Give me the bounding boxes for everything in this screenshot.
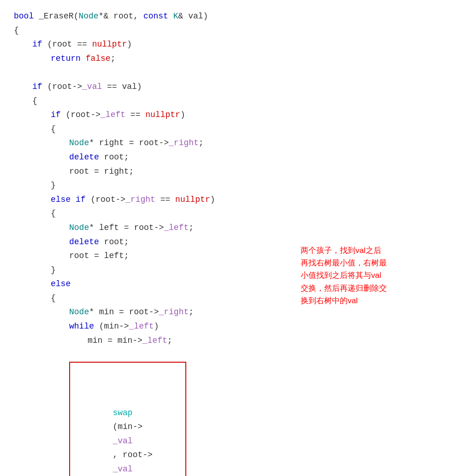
- code-line-14: else if (root-> _right == nullptr ): [14, 193, 448, 207]
- code-line-5: [14, 65, 448, 80]
- type-k: K: [173, 9, 178, 24]
- highlight-box: swap (min-> _val , root-> _val ); _Erase…: [69, 362, 186, 476]
- code-line-4: return false ;: [14, 52, 448, 66]
- fn-name: _EraseR: [39, 9, 74, 24]
- code-line-6: if (root-> _val == val): [14, 80, 448, 94]
- type-node: Node: [78, 9, 98, 24]
- code-line-11: delete root;: [14, 150, 448, 165]
- keyword-const: const: [143, 9, 168, 24]
- code-line-24: min = min-> _left ;: [14, 334, 448, 348]
- code-line-12: root = right;: [14, 165, 448, 179]
- code-line-7: {: [14, 94, 448, 108]
- annotation-text: 两个孩子，找到val之后再找右树最小值，右树最小值找到之后将其与val交换，然后…: [301, 244, 444, 307]
- code-line-3: if (root == nullptr ): [14, 37, 448, 52]
- code-line-10: Node * right = root-> _right ;: [14, 136, 448, 150]
- code-line-15: {: [14, 206, 448, 221]
- keyword-bool: bool: [14, 9, 34, 24]
- code-line-8: if (root-> _left == nullptr ): [14, 108, 448, 122]
- code-line-highlighted: swap (min-> _val , root-> _val ); _Erase…: [14, 362, 448, 476]
- code-block: bool _EraseR ( Node *& root, const K & v…: [14, 9, 448, 476]
- code-line-16: Node * left = root-> _left ;: [14, 221, 448, 235]
- code-line-22: Node * min = root-> _right ;: [14, 305, 448, 319]
- code-line-swap: swap (min-> _val , root-> _val );: [73, 392, 183, 476]
- code-line-25: [14, 347, 448, 362]
- code-line-9: {: [14, 122, 448, 136]
- code-line-1: bool _EraseR ( Node *& root, const K & v…: [14, 9, 448, 24]
- code-line-23: while (min-> _left ): [14, 319, 448, 334]
- code-line-13: }: [14, 178, 448, 193]
- code-line-2: {: [14, 24, 448, 38]
